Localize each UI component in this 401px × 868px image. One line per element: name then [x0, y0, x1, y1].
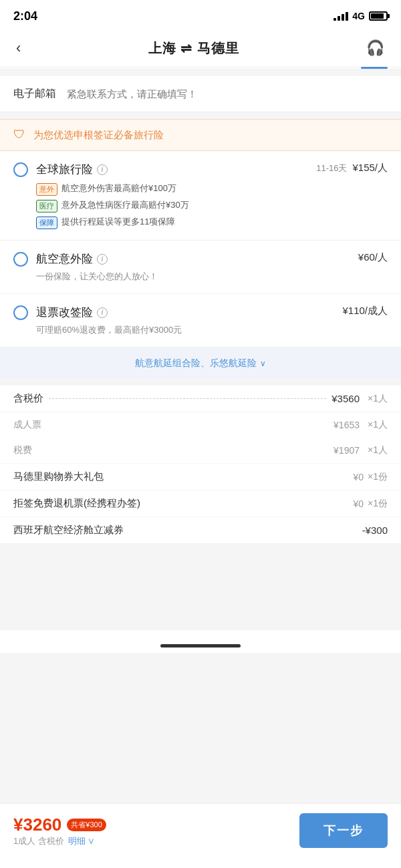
email-input[interactable] — [67, 88, 388, 100]
insurance-global-price: ¥155/人 — [352, 162, 388, 174]
radio-refund[interactable] — [13, 305, 28, 320]
tax-count: ×1人 — [364, 444, 388, 456]
insurance-option-refund-left: 退票改签险 i — [13, 305, 342, 320]
price-dots — [49, 398, 326, 399]
insurance-option-global-header: 全球旅行险 i 11-16天 ¥155/人 — [13, 162, 388, 177]
price-section: 含税价 ¥3560 ×1人 成人票 ¥1653 ×1人 税费 ¥1907 ×1人… — [0, 386, 401, 543]
adult-label: 成人票 — [13, 419, 41, 431]
adult-count: ×1人 — [364, 419, 388, 431]
insurance-option-global[interactable]: 全球旅行险 i 11-16天 ¥155/人 意外 航空意外伤害最高赔付¥100万… — [0, 151, 401, 241]
network-label: 4G — [352, 11, 365, 21]
coupon-row: 西班牙航空经济舱立减券 -¥300 — [0, 517, 401, 543]
email-row: 电子邮箱 — [0, 76, 401, 112]
adult-amount: ¥1653 — [333, 420, 360, 430]
home-bar — [160, 644, 241, 647]
header: ‹ 上海 ⇌ 马德里 🎧 — [0, 29, 401, 67]
status-time: 2:04 — [13, 9, 37, 23]
tag-protect-desc: 提供行程延误等更多11项保障 — [61, 216, 175, 228]
chevron-down-icon: ∨ — [260, 359, 266, 368]
more-options[interactable]: 航意航延组合险、乐悠航延险 ∨ — [0, 347, 401, 379]
tab-indicator — [361, 67, 388, 69]
headphone-icon: 🎧 — [366, 39, 384, 57]
insurance-option-refund-header: 退票改签险 i ¥110/成人 — [13, 305, 388, 320]
bottom-price-detail: 1成人 含税价 明细 ∨ — [13, 835, 106, 847]
gift2-row: 拒签免费退机票(经携程办签) ¥0 ×1份 — [0, 490, 401, 517]
insurance-global-name: 全球旅行险 i — [36, 162, 108, 177]
total-amount: ¥3560 — [331, 393, 360, 404]
total-price-row: 含税价 ¥3560 ×1人 — [0, 386, 401, 412]
tab-indicator-bar — [0, 67, 401, 69]
bottom-price-sub: 1成人 含税价 — [13, 835, 64, 847]
bottom-bar: ¥3260 共省¥300 1成人 含税价 明细 ∨ 下一步 — [0, 803, 401, 868]
chevron-detail-icon: ∨ — [88, 836, 95, 846]
insurance-aviation-desc: 一份保险，让关心您的人放心！ — [36, 271, 388, 283]
back-button[interactable]: ‹ — [13, 37, 23, 59]
radio-global[interactable] — [13, 162, 28, 177]
gift1-row: 马德里购物券大礼包 ¥0 ×1份 — [0, 463, 401, 490]
gift2-right: ¥0 ×1份 — [353, 498, 388, 510]
status-bar: 2:04 4G — [0, 0, 401, 29]
insurance-aviation-price: ¥60/人 — [358, 251, 388, 264]
tag-protect: 保障 — [36, 216, 57, 229]
more-options-link[interactable]: 航意航延组合险、乐悠航延险 ∨ — [135, 357, 267, 368]
more-options-text: 航意航延组合险、乐悠航延险 — [135, 357, 257, 368]
insurance-refund-desc: 可理赔60%退改费，最高赔付¥3000元 — [36, 324, 388, 336]
tag-row-accident: 意外 航空意外伤害最高赔付¥100万 — [36, 182, 388, 196]
tax-price-row: 税费 ¥1907 ×1人 — [0, 438, 401, 463]
gift2-count: ×1份 — [368, 498, 388, 510]
insurance-global-tags: 意外 航空意外伤害最高赔付¥100万 医疗 意外及急性病医疗最高赔付¥30万 保… — [36, 182, 388, 229]
insurance-option-aviation-header: 航空意外险 i ¥60/人 — [13, 251, 388, 267]
battery-icon — [369, 11, 388, 21]
insurance-promo-banner: 🛡 为您优选申根签证必备旅行险 — [0, 119, 401, 151]
status-icons: 4G — [333, 11, 388, 21]
gift1-amount: ¥0 — [353, 472, 364, 482]
tag-accident: 意外 — [36, 183, 57, 196]
coupon-label: 西班牙航空经济舱立减券 — [13, 524, 124, 537]
insurance-refund-name: 退票改签险 i — [36, 305, 108, 320]
insurance-option-aviation-left: 航空意外险 i — [13, 251, 358, 267]
total-count: ×1人 — [364, 393, 388, 405]
page-title: 上海 ⇌ 马德里 — [148, 39, 239, 57]
home-indicator — [0, 630, 401, 653]
insurance-section: 全球旅行险 i 11-16天 ¥155/人 意外 航空意外伤害最高赔付¥100万… — [0, 151, 401, 379]
tax-price-right: ¥1907 ×1人 — [333, 444, 388, 456]
gift1-count: ×1份 — [368, 471, 388, 483]
info-icon-aviation[interactable]: i — [97, 254, 108, 265]
info-icon-refund[interactable]: i — [97, 307, 108, 318]
radio-aviation[interactable] — [13, 252, 28, 267]
bottom-price-main: ¥3260 共省¥300 — [13, 815, 106, 835]
insurance-global-duration: 11-16天 — [316, 162, 347, 174]
insurance-refund-price: ¥110/成人 — [342, 305, 388, 317]
tag-row-protect: 保障 提供行程延误等更多11项保障 — [36, 216, 388, 229]
info-icon-global[interactable]: i — [97, 164, 108, 175]
adult-price-row: 成人票 ¥1653 ×1人 — [0, 412, 401, 438]
insurance-option-aviation[interactable]: 航空意外险 i ¥60/人 一份保险，让关心您的人放心！ — [0, 241, 401, 294]
tag-accident-desc: 航空意外伤害最高赔付¥100万 — [61, 182, 176, 194]
gift2-amount: ¥0 — [353, 498, 364, 509]
tag-medical: 医疗 — [36, 200, 57, 212]
email-label: 电子邮箱 — [13, 87, 67, 101]
bottom-detail-link[interactable]: 明细 ∨ — [68, 835, 96, 847]
shield-icon: 🛡 — [13, 128, 28, 142]
gift1-label: 马德里购物券大礼包 — [13, 470, 104, 483]
tag-medical-desc: 意外及急性病医疗最高赔付¥30万 — [61, 199, 189, 211]
bottom-save-badge: 共省¥300 — [67, 819, 106, 831]
insurance-aviation-name: 航空意外险 i — [36, 251, 108, 267]
coupon-amount: -¥300 — [362, 525, 388, 536]
adult-price-right: ¥1653 ×1人 — [333, 419, 388, 431]
gift1-right: ¥0 ×1份 — [353, 471, 388, 483]
insurance-promo-text: 为您优选申根签证必备旅行险 — [33, 129, 164, 142]
tag-row-medical: 医疗 意外及急性病医疗最高赔付¥30万 — [36, 199, 388, 212]
bottom-price: ¥3260 — [13, 815, 61, 835]
support-button[interactable]: 🎧 — [364, 36, 388, 60]
signal-icon — [333, 11, 348, 21]
next-button[interactable]: 下一步 — [299, 813, 388, 848]
insurance-option-global-left: 全球旅行险 i — [13, 162, 316, 177]
bottom-price-section: ¥3260 共省¥300 1成人 含税价 明细 ∨ — [13, 815, 106, 847]
insurance-option-refund[interactable]: 退票改签险 i ¥110/成人 可理赔60%退改费，最高赔付¥3000元 — [0, 294, 401, 347]
total-label: 含税价 — [13, 392, 43, 405]
tax-label: 税费 — [13, 444, 32, 456]
insurance-global-price-group: 11-16天 ¥155/人 — [316, 162, 388, 174]
gift2-label: 拒签免费退机票(经携程办签) — [13, 497, 140, 510]
total-price-right: ¥3560 ×1人 — [331, 393, 388, 405]
